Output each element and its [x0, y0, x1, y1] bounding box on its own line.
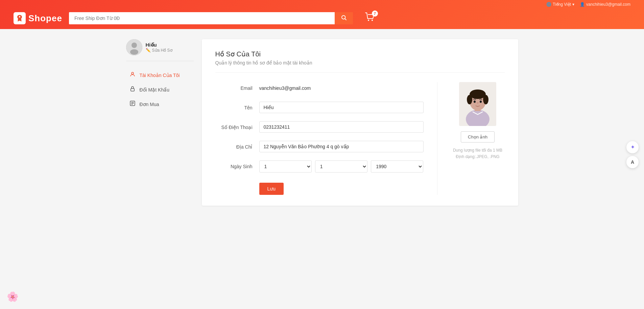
- email-label: Email: [215, 82, 259, 94]
- chevron-down-icon: ▾: [572, 2, 574, 7]
- svg-point-20: [467, 95, 472, 104]
- phone-field[interactable]: [259, 121, 424, 133]
- shopee-logo-icon: [14, 12, 26, 24]
- header-main: Shopee 7: [0, 9, 644, 29]
- search-input[interactable]: [69, 12, 335, 24]
- profile-form: Email vanchihieu3@gmail.com Tên Số Điện …: [215, 82, 424, 195]
- dob-month-select[interactable]: 1 2 3 4 5 6 7 8 9 10 11 12: [315, 160, 367, 173]
- choose-photo-button[interactable]: Chọn ảnh: [461, 131, 495, 143]
- svg-point-22: [474, 101, 476, 103]
- dob-selects: 1 2 3 4 5 6 7 8 9 10 11 12 13: [259, 160, 424, 173]
- photo-hint-line2: Định dạng:.JPEG, .PNG: [453, 154, 502, 160]
- svg-point-9: [132, 72, 134, 74]
- user-email-display: vanchihieu3@gmail.com: [586, 2, 630, 7]
- svg-point-21: [483, 95, 488, 104]
- search-bar: [69, 12, 353, 24]
- name-label: Tên: [215, 102, 259, 114]
- svg-rect-10: [130, 88, 134, 91]
- save-row: Lưu: [215, 180, 424, 195]
- svg-point-5: [372, 20, 373, 21]
- edit-profile-link[interactable]: ✏️ Sửa Hồ Sơ: [146, 48, 172, 53]
- sidebar-item-password[interactable]: Đổi Mật Khẩu: [126, 82, 194, 97]
- sidebar-item-password-label: Đổi Mật Khẩu: [140, 87, 169, 93]
- page-subtitle: Quản lý thông tin hồ sơ để bảo mật tài k…: [215, 60, 505, 73]
- sidebar-user-info: Hiếu ✏️ Sửa Hồ Sơ: [126, 39, 194, 61]
- sidebar: Hiếu ✏️ Sửa Hồ Sơ Tài Khoản Của Tôi: [126, 39, 194, 206]
- globe-icon: 🌐: [546, 2, 551, 7]
- language-label: Tiếng Việt: [553, 2, 571, 7]
- dob-year-select[interactable]: 1990 1991 1992 1985 1995 2000: [371, 160, 423, 173]
- sidebar-item-account-label: Tài Khoản Của Tôi: [140, 73, 180, 78]
- sidebar-item-orders[interactable]: Đơn Mua: [126, 97, 194, 111]
- save-button[interactable]: Lưu: [259, 183, 284, 195]
- dob-row: Ngày Sinh 1 2 3 4 5 6 7 8 9 10: [215, 160, 424, 173]
- avatar-image: [126, 39, 142, 55]
- main-content: Hiếu ✏️ Sửa Hồ Sơ Tài Khoản Của Tôi: [119, 39, 525, 206]
- name-row: Tên: [215, 102, 424, 114]
- translate-icon: A: [631, 159, 634, 165]
- sidebar-nav: Tài Khoản Của Tôi Đổi Mật Khẩu: [126, 68, 194, 111]
- avatar: [126, 39, 142, 55]
- profile-header: Hồ Sơ Của Tôi Quản lý thông tin hồ sơ để…: [215, 50, 505, 73]
- address-label: Địa Chỉ: [215, 141, 259, 153]
- svg-point-4: [368, 20, 369, 21]
- user-menu[interactable]: 👤 vanchihieu3@gmail.com: [580, 2, 630, 7]
- address-field[interactable]: [259, 141, 424, 152]
- email-value: vanchihieu3@gmail.com: [259, 82, 424, 94]
- edit-profile-label: Sửa Hồ Sơ: [152, 48, 172, 53]
- dob-day-select[interactable]: 1 2 3 4 5 6 7 8 9 10 11 12 13: [259, 160, 312, 173]
- profile-body: Email vanchihieu3@gmail.com Tên Số Điện …: [215, 82, 505, 195]
- language-selector[interactable]: 🌐 Tiếng Việt ▾: [546, 2, 574, 7]
- photo-section: Chọn ảnh Dung lượng file tối đa 1 MB Địn…: [437, 82, 505, 195]
- svg-point-2: [342, 16, 345, 19]
- page-title: Hồ Sơ Của Tôi: [215, 50, 505, 58]
- svg-point-1: [19, 16, 20, 18]
- lock-icon: [129, 86, 136, 94]
- photo-preview: [459, 82, 496, 126]
- photo-hint-line1: Dung lượng file tối đa 1 MB: [453, 147, 502, 154]
- phone-label: Số Điện Thoại: [215, 121, 259, 133]
- account-icon: [129, 71, 136, 79]
- sidebar-user-details: Hiếu ✏️ Sửa Hồ Sơ: [146, 42, 172, 53]
- name-field[interactable]: [259, 102, 424, 113]
- dob-label: Ngày Sinh: [215, 160, 259, 173]
- cart-button[interactable]: 7: [365, 12, 375, 24]
- svg-point-7: [132, 43, 137, 48]
- orders-icon: [129, 100, 136, 108]
- sidebar-item-account[interactable]: Tài Khoản Của Tôi: [126, 68, 194, 82]
- photo-hint: Dung lượng file tối đa 1 MB Định dạng:.J…: [453, 147, 502, 160]
- header: 🌐 Tiếng Việt ▾ 👤 vanchihieu3@gmail.com S…: [0, 0, 644, 29]
- svg-point-23: [480, 101, 482, 103]
- logo-text: Shopee: [28, 13, 62, 24]
- profile-card: Hồ Sơ Của Tôi Quản lý thông tin hồ sơ để…: [202, 39, 518, 206]
- address-row: Địa Chỉ: [215, 141, 424, 153]
- right-decorations: ✦ A: [626, 141, 639, 168]
- shopee-logo[interactable]: Shopee: [14, 12, 62, 24]
- sparkle-button[interactable]: ✦: [626, 141, 639, 153]
- flower-icon: 🌸: [7, 291, 19, 302]
- svg-line-3: [345, 19, 346, 20]
- email-row: Email vanchihieu3@gmail.com: [215, 82, 424, 94]
- phone-row: Số Điện Thoại: [215, 121, 424, 133]
- pencil-icon: ✏️: [146, 48, 151, 53]
- sidebar-item-orders-label: Đơn Mua: [140, 102, 159, 107]
- translate-button[interactable]: A: [626, 156, 639, 168]
- user-avatar-icon: 👤: [580, 2, 585, 7]
- svg-point-8: [130, 49, 138, 55]
- cart-badge: 7: [372, 10, 378, 17]
- sparkle-icon: ✦: [630, 144, 635, 150]
- bottom-decoration: 🌸: [7, 291, 19, 302]
- header-top-bar: 🌐 Tiếng Việt ▾ 👤 vanchihieu3@gmail.com: [0, 0, 644, 9]
- search-button[interactable]: [335, 12, 353, 24]
- svg-point-19: [470, 89, 486, 99]
- sidebar-username: Hiếu: [146, 42, 172, 48]
